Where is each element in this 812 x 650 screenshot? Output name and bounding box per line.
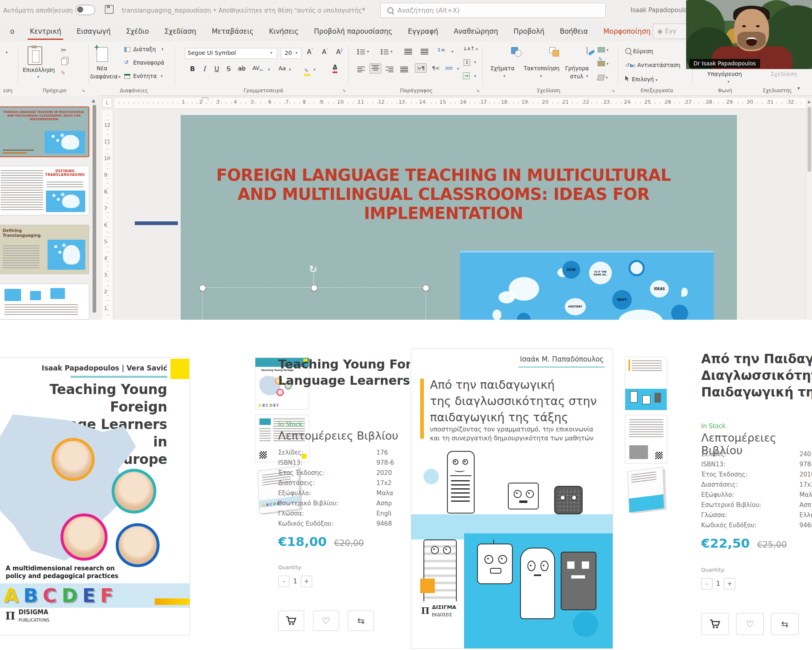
layout-chevron-icon[interactable]: ▾	[162, 47, 164, 51]
product2-wishlist-button[interactable]: ♡	[736, 613, 764, 635]
product2-qty-plus[interactable]: +	[724, 578, 735, 589]
product1-compare-button[interactable]: ⇆	[348, 611, 374, 631]
shrink-font-button[interactable]: Aˇ	[322, 48, 328, 56]
highlight-chevron-icon[interactable]: ▾	[313, 67, 315, 72]
smartart-icon[interactable]: →	[463, 72, 470, 79]
ruler-corner[interactable]: L	[102, 98, 112, 108]
product2-thumb-back[interactable]	[625, 415, 667, 464]
char-spacing-button[interactable]: AV↔	[253, 65, 263, 72]
product2-thumb-3d[interactable]	[628, 467, 665, 513]
numbering-icon[interactable]	[381, 49, 389, 54]
selection-handle-left[interactable]	[199, 285, 206, 291]
canvas-scroll-thumb[interactable]	[808, 107, 811, 172]
tab-file-partial[interactable]: ο	[2, 21, 22, 41]
tab-draw[interactable]: Σχεδίαση	[157, 21, 204, 41]
canvas-scroll-up-icon[interactable]: ▲	[808, 100, 810, 104]
clipboard-dialog-launcher-icon[interactable]: ↘	[81, 88, 85, 93]
align-text-icon[interactable]: ↕	[464, 59, 470, 66]
select-button[interactable]: Επιλογή ▾	[625, 76, 657, 82]
doc-title-chevron-icon[interactable]: ▾	[363, 7, 365, 12]
slide-thumbnail-1[interactable]: FOREIGN LANGUAGE TEACHING IN MULTICULTUR…	[0, 106, 89, 157]
font-name-chevron-icon[interactable]: ▾	[270, 51, 272, 55]
align-text-chevron-icon[interactable]: ▾	[474, 60, 476, 64]
bullets-chevron-icon[interactable]: ▾	[367, 50, 369, 54]
tab-view[interactable]: Προβολή	[506, 21, 552, 41]
drawing-dialog-launcher-icon[interactable]: ↘	[611, 88, 615, 93]
replace-button[interactable]: ↺bc Αντικατάσταση	[625, 62, 680, 68]
slide-thumbnail-4[interactable]	[0, 284, 89, 320]
decrease-indent-icon[interactable]	[404, 49, 412, 54]
copy-icon[interactable]	[61, 58, 67, 65]
product1-qty-minus[interactable]: -	[278, 576, 289, 587]
justify-icon[interactable]	[400, 67, 408, 72]
increase-indent-icon[interactable]	[421, 49, 428, 54]
thumbnail-scrollbar[interactable]	[93, 105, 96, 313]
align-left-icon[interactable]	[357, 67, 365, 72]
font-name-select[interactable]: Segoe UI Symbol	[185, 48, 277, 59]
search-input[interactable]: Αναζήτηση (Alt+X)	[380, 3, 606, 18]
cut-icon[interactable]: ✂	[61, 46, 66, 54]
product2-add-to-cart-button[interactable]	[701, 613, 729, 635]
shape-effects-row[interactable]: ▾	[598, 75, 608, 80]
format-painter-icon[interactable]: ✎	[61, 70, 65, 76]
product1-cover-image[interactable]: Isaak Papadopoulos | Vera Savić Teaching…	[0, 357, 190, 635]
paste-icon[interactable]	[28, 46, 42, 65]
section-chevron-icon[interactable]: ▾	[161, 74, 163, 78]
find-button[interactable]: Εύρεση	[625, 48, 653, 54]
font-dialog-launcher-icon[interactable]: ↘	[342, 88, 346, 93]
smartart-chevron-icon[interactable]: ▾	[474, 74, 476, 78]
autosave-toggle[interactable]	[76, 5, 95, 15]
line-spacing-icon[interactable]: ↕≡	[437, 47, 445, 53]
line-spacing-chevron-icon[interactable]: ▾	[451, 50, 454, 54]
columns-chevron-icon[interactable]: ▾	[457, 67, 459, 71]
quick-styles-label2[interactable]: στυλ	[570, 73, 583, 80]
paragraph-dialog-launcher-icon[interactable]: ↘	[476, 88, 479, 93]
product2-compare-button[interactable]: ⇆	[771, 613, 799, 635]
change-case-button[interactable]: Aa	[279, 65, 286, 72]
new-slide-chevron-icon[interactable]: ▾	[119, 75, 121, 79]
arrange-chevron-icon[interactable]: ▾	[540, 74, 542, 78]
selection-handle-center[interactable]	[311, 285, 317, 291]
product2-thumb-front[interactable]	[625, 357, 667, 410]
columns-icon[interactable]: ≡≡	[445, 65, 452, 71]
tab-review[interactable]: Αναθεώρηση	[446, 21, 505, 41]
product2-title[interactable]: Από την Παιδαγω Διαγλωσσικότητας Παιδαγω…	[701, 351, 812, 401]
selection-handle-right[interactable]	[423, 285, 429, 291]
highlight-color-button[interactable]	[304, 74, 311, 76]
layout-button[interactable]: Διάταξη	[133, 46, 156, 52]
slide-picture[interactable]: HOW IS IT THE SAME AS.. IDEAS WHY HISTOR…	[460, 251, 714, 320]
tab-transitions[interactable]: Μεταβάσεις	[204, 21, 261, 41]
tab-insert[interactable]: Εισαγωγή	[69, 21, 119, 41]
canvas-scrollbar[interactable]: ▲	[806, 97, 812, 320]
rotate-handle-icon[interactable]: ↻	[309, 264, 317, 275]
tab-slideshow[interactable]: Προβολή παρουσίασης	[306, 21, 400, 41]
undo-chevron-icon[interactable]: ▾	[6, 50, 8, 54]
paste-chevron-icon[interactable]: ▾	[37, 75, 39, 79]
product1-title[interactable]: Teaching Young For Language Learners	[278, 356, 410, 389]
slide-thumbnail-2[interactable]: DEFINING TRANSLANGUAGING	[0, 166, 89, 215]
reset-button[interactable]: Επαναφορά	[133, 59, 164, 66]
new-slide-label2[interactable]: διαφάνεια	[90, 73, 118, 80]
slide-canvas[interactable]: FOREIGN LANGUAGE TEACHING IN MULTICULTUR…	[181, 115, 737, 320]
bold-button[interactable]: B	[190, 65, 195, 73]
text-direction-chevron-icon[interactable]: ▾	[476, 47, 478, 51]
quick-styles-icon[interactable]	[587, 47, 587, 54]
font-color-chevron-icon[interactable]: ▾	[334, 67, 336, 72]
shapes-button[interactable]: Σχήματα	[490, 65, 514, 72]
shape-fill-row[interactable]: ▾	[598, 47, 609, 52]
new-slide-icon[interactable]	[97, 47, 108, 62]
align-right-icon[interactable]	[386, 67, 393, 72]
tab-help[interactable]: Βοήθεια	[552, 21, 596, 41]
product2-cover-image[interactable]: Ισαάκ Μ. Παπαδόπουλος Από την παιδαγωγικ…	[411, 348, 613, 649]
paste-button[interactable]: Επικόλληση	[23, 67, 55, 73]
tab-record[interactable]: Εγγραφή	[400, 21, 446, 41]
slide-thumbnail-3[interactable]: DefiningTranslanguaging	[0, 225, 89, 274]
collapse-ribbon-icon[interactable]: ▾	[797, 85, 800, 91]
tab-design[interactable]: Σχέδιο	[118, 21, 156, 41]
product1-add-to-cart-button[interactable]	[278, 611, 304, 631]
font-size-select[interactable]: 20	[281, 48, 301, 59]
bullets-icon[interactable]	[357, 49, 365, 54]
strikethrough-button[interactable]: ab	[238, 65, 246, 72]
text-direction-icon[interactable]: ↓A↑	[463, 46, 475, 52]
clear-formatting-button[interactable]: A◊	[336, 48, 343, 56]
